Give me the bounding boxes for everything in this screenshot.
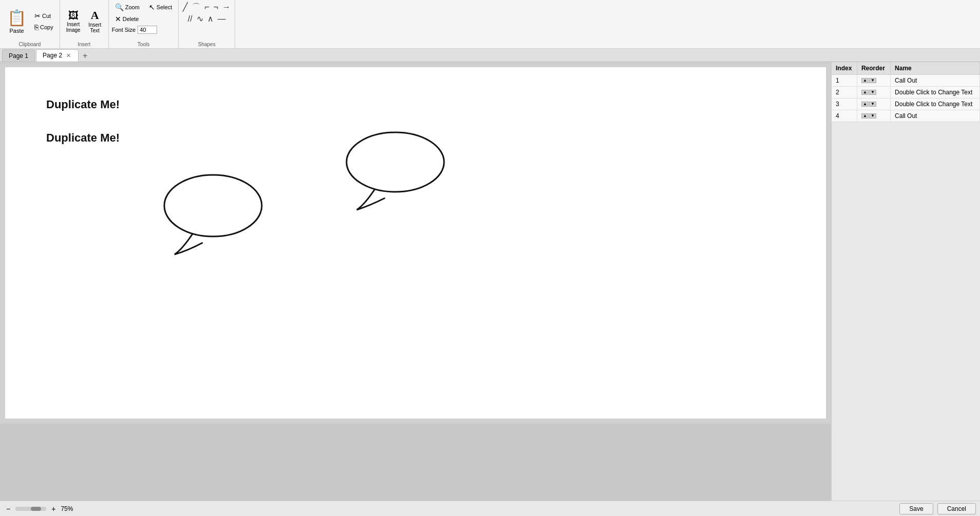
delete-button[interactable]: ✕ Delete xyxy=(112,14,142,24)
zoom-out-button[interactable]: − xyxy=(4,504,12,513)
paste-label: Paste xyxy=(9,28,24,34)
table-row: 4 ▲ ▼ Call Out xyxy=(832,110,980,122)
clipboard-label: Clipboard xyxy=(18,41,41,47)
shape-rect-close[interactable]: ¬ xyxy=(213,2,219,12)
cut-label: Cut xyxy=(42,13,51,19)
insert-text-icon: A xyxy=(91,10,99,21)
zoom-controls: − + 75% xyxy=(4,504,73,513)
zoom-thumb xyxy=(31,507,41,511)
row-index: 2 xyxy=(832,87,857,98)
tools-group: 🔍 Zoom ↖ Select ✕ Delete Font Size Tools xyxy=(109,0,179,48)
reorder-up-button[interactable]: ▲ xyxy=(861,102,869,107)
canvas-container: Duplicate Me! Duplicate Me! xyxy=(0,62,831,501)
add-tab-button[interactable]: + xyxy=(80,50,90,62)
reorder-down-button[interactable]: ▼ xyxy=(869,113,876,118)
shape-line-v[interactable]: // xyxy=(187,14,194,24)
paste-button[interactable]: 📋 Paste xyxy=(3,7,30,36)
main-area: Duplicate Me! Duplicate Me! xyxy=(0,62,980,501)
tabs-bar: Page 1 Page 2 ✕ + xyxy=(0,49,980,62)
insert-group: 🖼 InsertImage A InsertText Insert xyxy=(60,0,109,48)
reorder-up-button[interactable]: ▲ xyxy=(861,90,869,95)
table-row: 3 ▲ ▼ Double Click to Change Text xyxy=(832,98,980,110)
shape-rect-open[interactable]: ⌐ xyxy=(203,2,210,12)
tab-page2-close[interactable]: ✕ xyxy=(65,52,72,59)
save-button[interactable]: Save xyxy=(899,503,933,514)
table-row: 1 ▲ ▼ Call Out xyxy=(832,75,980,87)
tab-page1[interactable]: Page 1 xyxy=(2,49,35,62)
row-index: 4 xyxy=(832,110,857,122)
shape-arrow-right[interactable]: → xyxy=(221,2,232,12)
col-index-header: Index xyxy=(832,62,857,75)
cancel-button[interactable]: Cancel xyxy=(937,503,976,514)
zoom-in-button[interactable]: + xyxy=(49,504,57,513)
canvas-page: Duplicate Me! Duplicate Me! xyxy=(0,62,831,501)
col-name-header: Name xyxy=(891,62,980,75)
zoom-button[interactable]: 🔍 Zoom xyxy=(112,2,143,12)
shapes-group: ╱ ⌒ ⌐ ¬ → // ∿ ∧ — Shapes xyxy=(179,0,235,48)
row-name: Double Click to Change Text xyxy=(891,87,980,98)
insert-image-button[interactable]: 🖼 InsertImage xyxy=(63,8,84,35)
copy-icon: ⎘ xyxy=(34,23,39,31)
row-name: Double Click to Change Text xyxy=(891,98,980,110)
insert-image-label: InsertImage xyxy=(66,22,81,33)
zoom-scrollbar[interactable] xyxy=(15,507,46,511)
row-index: 3 xyxy=(832,98,857,110)
tab-page2-label: Page 2 xyxy=(43,52,62,59)
reorder-up-button[interactable]: ▲ xyxy=(861,78,869,83)
insert-text-button[interactable]: A InsertText xyxy=(85,8,105,35)
reorder-down-button[interactable]: ▼ xyxy=(869,90,876,95)
row-name: Call Out xyxy=(891,75,980,87)
page-content[interactable]: Duplicate Me! Duplicate Me! xyxy=(5,67,826,419)
select-icon: ↖ xyxy=(149,3,155,11)
right-panel: Index Reorder Name 1 ▲ ▼ Call Out 2 ▲ ▼ xyxy=(831,62,980,501)
shape-line-h[interactable]: — xyxy=(217,14,227,24)
cut-icon: ✂ xyxy=(34,12,41,20)
row-index: 1 xyxy=(832,75,857,87)
insert-image-icon: 🖼 xyxy=(68,10,79,21)
shape-line-diagonal[interactable]: ╱ xyxy=(182,2,189,12)
zoom-value: 75% xyxy=(61,505,73,512)
insert-text-label: InsertText xyxy=(88,22,101,33)
table-row: 2 ▲ ▼ Double Click to Change Text xyxy=(832,87,980,98)
zoom-icon: 🔍 xyxy=(115,3,124,11)
bottom-bar: − + 75% Save Cancel xyxy=(0,501,980,516)
shape-wave[interactable]: ∿ xyxy=(196,14,204,24)
row-reorder: ▲ ▼ xyxy=(857,87,890,98)
zoom-label: Zoom xyxy=(125,4,140,10)
col-reorder-header: Reorder xyxy=(857,62,890,75)
delete-icon: ✕ xyxy=(115,15,121,23)
shapes-label: Shapes xyxy=(198,41,216,47)
toolbar: 📋 Paste ✂ Cut ⎘ Copy Clipboard 🖼 InsertI… xyxy=(0,0,980,49)
clipboard-group: 📋 Paste ✂ Cut ⎘ Copy Clipboard xyxy=(0,0,60,48)
delete-label: Delete xyxy=(123,16,139,22)
canvas-text-1[interactable]: Duplicate Me! xyxy=(46,98,120,111)
row-reorder: ▲ ▼ xyxy=(857,98,890,110)
shape-arc[interactable]: ⌒ xyxy=(191,2,201,12)
speech-bubble-2[interactable] xyxy=(334,118,452,221)
tab-page2[interactable]: Page 2 ✕ xyxy=(36,49,79,62)
svg-point-1 xyxy=(347,132,444,192)
tab-page1-label: Page 1 xyxy=(9,52,28,59)
paste-icon: 📋 xyxy=(7,9,26,27)
below-page-area xyxy=(0,424,831,501)
speech-bubble-1[interactable] xyxy=(154,160,272,262)
svg-point-0 xyxy=(164,175,262,236)
select-label: Select xyxy=(157,4,172,10)
reorder-down-button[interactable]: ▼ xyxy=(869,78,876,83)
row-reorder: ▲ ▼ xyxy=(857,75,890,87)
reorder-up-button[interactable]: ▲ xyxy=(861,113,869,118)
row-name: Call Out xyxy=(891,110,980,122)
tools-label: Tools xyxy=(138,41,149,47)
layers-table: Index Reorder Name 1 ▲ ▼ Call Out 2 ▲ ▼ xyxy=(832,62,980,122)
font-size-label: Font Size xyxy=(112,27,136,33)
copy-button[interactable]: ⎘ Copy xyxy=(31,22,56,32)
canvas-text-2[interactable]: Duplicate Me! xyxy=(46,131,120,145)
row-reorder: ▲ ▼ xyxy=(857,110,890,122)
select-button[interactable]: ↖ Select xyxy=(146,2,176,12)
font-size-input[interactable] xyxy=(138,26,157,34)
insert-label: Insert xyxy=(78,41,90,47)
cut-button[interactable]: ✂ Cut xyxy=(31,11,56,21)
bottom-actions: Save Cancel xyxy=(899,503,976,514)
reorder-down-button[interactable]: ▼ xyxy=(869,102,876,107)
shape-zigzag[interactable]: ∧ xyxy=(206,14,215,24)
